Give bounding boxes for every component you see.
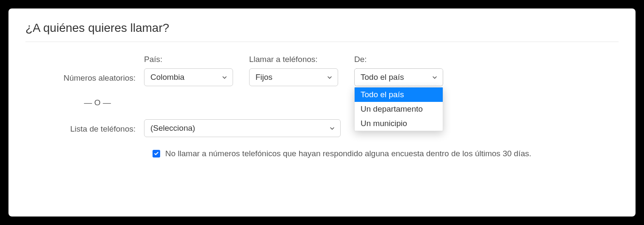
or-row: — O — [25,98,619,107]
scope-select[interactable]: Todo el país [354,68,443,86]
chevron-down-icon [327,74,333,80]
country-select-value: Colombia [150,73,184,82]
chevron-down-icon [432,74,438,80]
phone-list-select-value: (Selecciona) [150,124,195,133]
phone-type-label: Llamar a teléfonos: [249,55,338,64]
phone-list-label: Lista de teléfonos: [25,124,144,137]
country-select[interactable]: Colombia [144,68,233,86]
dropdown-option-un-municipio[interactable]: Un municipio [355,116,443,131]
checkbox-row: No llamar a números telefónicos que haya… [25,149,619,158]
scope-select-value: Todo el país [361,73,404,82]
phone-type-select-value: Fijos [255,73,272,82]
page-title: ¿A quiénes quieres llamar? [25,21,619,42]
dropdown-option-un-departamento[interactable]: Un departamento [355,102,443,116]
phone-list-select[interactable]: (Selecciona) [144,119,341,137]
phone-list-row: Lista de teléfonos: (Selecciona) [25,119,619,137]
phone-type-select[interactable]: Fijos [249,68,338,86]
scope-label: De: [354,55,443,64]
no-call-checkbox[interactable] [153,150,160,158]
chevron-down-icon [222,74,228,80]
scope-dropdown: Todo el país Un departamento Un municipi… [354,87,443,131]
chevron-down-icon [329,125,335,131]
dropdown-option-todo-el-pais[interactable]: Todo el país [355,87,443,102]
country-field: País: Colombia [144,55,233,86]
scope-field: De: Todo el país Todo el país Un departa… [354,55,443,86]
form-card: ¿A quiénes quieres llamar? Números aleat… [8,8,636,217]
field-group: País: Colombia Llamar a teléfonos: Fijos [144,55,443,86]
no-call-checkbox-label: No llamar a números telefónicos que haya… [165,149,531,158]
random-numbers-label: Números aleatorios: [25,73,144,86]
random-numbers-row: Números aleatorios: País: Colombia Llama… [25,55,619,86]
or-separator: — O — [25,98,144,107]
country-label: País: [144,55,233,64]
phone-type-field: Llamar a teléfonos: Fijos [249,55,338,86]
